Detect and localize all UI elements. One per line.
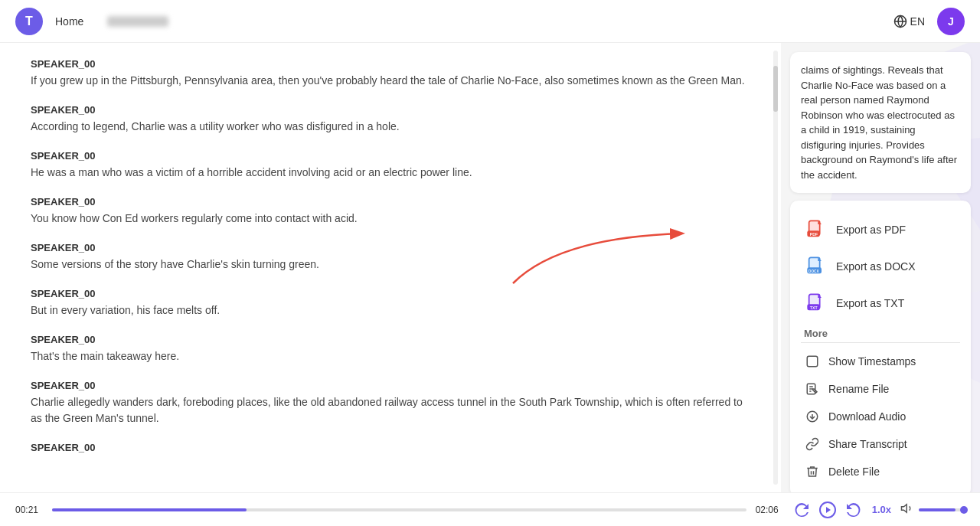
export-txt-item[interactable]: TXT Export as TXT [801,285,960,322]
download-audio-item[interactable]: Download Audio [801,403,960,430]
checkbox-icon [805,354,819,368]
txt-file-icon: TXT [805,292,827,314]
transcript-text: Some versions of the story have Charlie'… [31,256,750,273]
total-time: 02:06 [756,505,783,515]
transcript-block: SPEAKER_00Some versions of the story hav… [31,242,750,273]
speaker-label: SPEAKER_00 [31,58,750,70]
more-section: More Show Timestamps Rename File Downloa… [801,328,960,485]
player-bar: 00:21 02:06 15 15 1.0x [0,492,980,526]
file-title-blurred [107,16,168,27]
scrollbar-thumb[interactable] [773,66,778,112]
share-icon [805,437,819,451]
show-timestamps-item[interactable]: Show Timestamps [801,348,960,375]
export-docx-item[interactable]: DOCX Export as DOCX [801,248,960,285]
export-pdf-label: Export as PDF [836,224,906,236]
more-label: More [801,328,960,339]
transcript-text: That's the main takeaway here. [31,348,750,364]
export-docx-label: Export as DOCX [836,260,915,273]
svg-text:DOCX: DOCX [808,270,819,273]
globe-icon [893,15,907,28]
download-icon [804,408,821,425]
transcript-block: SPEAKER_00 [31,442,750,453]
trash-icon [805,465,819,479]
transcript-block: SPEAKER_00But in every variation, his fa… [31,288,750,319]
more-divider [801,342,960,343]
pdf-icon: PDF [804,217,828,242]
volume-section [900,501,965,518]
svg-marker-23 [902,504,907,512]
transcript-text: According to legend, Charlie was a utili… [31,119,750,135]
transcript-panel: SPEAKER_00If you grew up in the Pittsbur… [0,43,781,492]
share-transcript-item[interactable]: Share Transcript [801,430,960,458]
player-controls: 15 15 [792,501,863,519]
right-panel: claims of sightings. Reveals that Charli… [781,43,980,492]
transcript-block: SPEAKER_00Charlie allegedly wanders dark… [31,380,750,426]
speaker-icon [900,501,914,515]
svg-rect-11 [807,356,818,367]
share-transcript-label: Share Transcript [828,438,907,450]
progress-fill [52,508,247,511]
transcript-text: But in every variation, his face melts o… [31,302,750,319]
transcript-text: You know how Con Ed workers regularly co… [31,211,750,227]
export-options-container: PDF Export as PDF DOCX Export as DOCX TX… [801,211,960,322]
options-card: PDF Export as PDF DOCX Export as DOCX TX… [790,201,971,492]
speaker-label: SPEAKER_00 [31,150,750,162]
transcript-block: SPEAKER_00He was a man who was a victim … [31,150,750,181]
docx-file-icon: DOCX [805,256,827,277]
pdf-file-icon: PDF [805,219,827,240]
main-content: SPEAKER_00If you grew up in the Pittsbur… [0,43,980,492]
download-icon [805,410,819,423]
rename-icon [804,381,821,397]
home-link[interactable]: Home [55,15,83,28]
export-txt-label: Export as TXT [836,297,904,309]
summary-card: claims of sightings. Reveals that Charli… [790,52,971,193]
skip-forward-icon: 15 [844,501,863,519]
skip-back-icon: 15 [792,501,811,519]
current-time: 00:21 [15,505,43,515]
language-selector[interactable]: EN [893,15,925,28]
svg-text:15: 15 [799,508,803,513]
rename-icon [805,382,819,396]
transcript-container: SPEAKER_00If you grew up in the Pittsbur… [31,58,750,453]
transcript-text: Charlie allegedly wanders dark, forebodi… [31,394,750,426]
progress-bar[interactable] [52,508,746,511]
svg-marker-21 [826,507,831,513]
speed-button[interactable]: 1.0x [872,504,891,515]
delete-file-label: Delete File [828,466,880,478]
volume-fill [919,508,956,511]
rename-file-item[interactable]: Rename File [801,375,960,403]
speaker-label: SPEAKER_00 [31,380,750,391]
transcript-block: SPEAKER_00If you grew up in the Pittsbur… [31,58,750,89]
speaker-label: SPEAKER_00 [31,442,750,453]
transcript-text: If you grew up in the Pittsburgh, Pennsy… [31,73,750,89]
download-audio-label: Download Audio [828,410,906,423]
skip-back-button[interactable]: 15 [792,501,811,519]
transcript-block: SPEAKER_00According to legend, Charlie w… [31,104,750,135]
top-nav: T Home EN J [0,0,980,43]
show-timestamps-label: Show Timestamps [828,355,916,368]
transcript-text: He was a man who was a victim of a horri… [31,165,750,181]
checkbox-icon [804,353,821,370]
more-items-container: Show Timestamps Rename File Download Aud… [801,348,960,485]
volume-bar[interactable] [919,508,965,511]
transcript-block: SPEAKER_00That's the main takeaway here. [31,334,750,364]
export-pdf-item[interactable]: PDF Export as PDF [801,211,960,248]
play-button[interactable] [818,501,837,519]
speaker-label: SPEAKER_00 [31,196,750,207]
svg-text:PDF: PDF [810,232,818,237]
docx-icon: DOCX [804,254,828,279]
speaker-label: SPEAKER_00 [31,288,750,299]
play-icon [818,501,837,519]
user-avatar[interactable]: J [937,8,965,35]
delete-file-item[interactable]: Delete File [801,458,960,485]
skip-forward-button[interactable]: 15 [844,501,863,519]
logo[interactable]: T [15,8,43,35]
volume-icon [900,501,914,518]
rename-file-label: Rename File [828,383,889,395]
speaker-label: SPEAKER_00 [31,242,750,253]
speaker-label: SPEAKER_00 [31,104,750,116]
summary-text: claims of sightings. Reveals that Charli… [801,64,957,181]
svg-text:TXT: TXT [810,305,818,310]
transcript-block: SPEAKER_00You know how Con Ed workers re… [31,196,750,227]
scrollbar-track[interactable] [773,51,778,485]
